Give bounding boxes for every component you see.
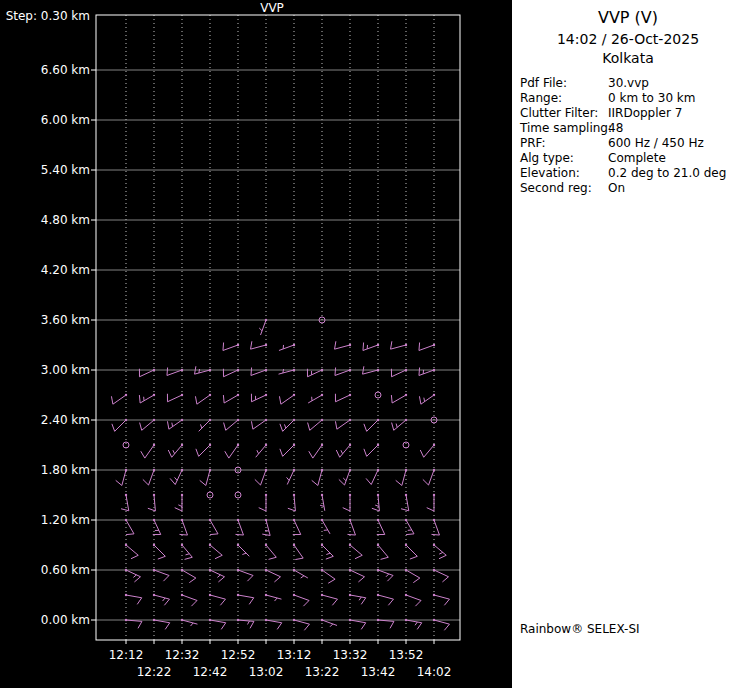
- x-axis-tick-label: 12:42: [193, 665, 228, 679]
- parameter-label: Pdf File:: [520, 76, 608, 91]
- product-datetime: 14:02 / 26-Oct-2025: [512, 31, 744, 47]
- parameter-label: Alg type:: [520, 151, 608, 166]
- y-axis-tick-label: 6.60 km: [41, 63, 90, 77]
- x-axis-tick-label: 12:52: [221, 648, 256, 662]
- step-label: Step: 0.30 km: [6, 9, 90, 23]
- chart-title: VVP: [260, 1, 284, 15]
- wind-barbs-layer: [111, 317, 449, 630]
- parameter-value: 48: [608, 121, 740, 136]
- parameter-label: PRF:: [520, 136, 608, 151]
- y-axis-tick-label: 3.00 km: [41, 363, 90, 377]
- parameter-value: IIRDoppler 7: [608, 106, 740, 121]
- vvp-chart: VVP Step: 0.30 km 6.60 km6.00 km5.40 km4…: [0, 0, 512, 688]
- parameter-label: Time sampling:: [520, 121, 608, 136]
- y-axis-tick-label: 4.80 km: [41, 213, 90, 227]
- x-axis-tick-label: 13:22: [305, 665, 340, 679]
- grid-layer: [96, 15, 460, 640]
- x-axis-tick-label: 12:22: [137, 665, 172, 679]
- parameter-value: 0 km to 30 km: [608, 91, 740, 106]
- parameter-list: Pdf File:30.vvpRange:0 km to 30 kmClutte…: [512, 66, 744, 196]
- parameter-label: Second reg:: [520, 181, 608, 196]
- parameter-value: 600 Hz / 450 Hz: [608, 136, 740, 151]
- y-axis-labels: 6.60 km6.00 km5.40 km4.80 km4.20 km3.60 …: [41, 63, 96, 627]
- y-axis-tick-label: 2.40 km: [41, 413, 90, 427]
- y-axis-tick-label: 4.20 km: [41, 263, 90, 277]
- x-axis-tick-label: 13:12: [277, 648, 312, 662]
- x-axis-tick-label: 13:42: [361, 665, 396, 679]
- parameter-value: Complete: [608, 151, 740, 166]
- x-axis-labels: 12:1212:2212:3212:4212:5213:0213:1213:22…: [109, 640, 452, 679]
- vvp-chart-svg: VVP Step: 0.30 km 6.60 km6.00 km5.40 km4…: [0, 0, 512, 688]
- x-axis-tick-label: 12:32: [165, 648, 200, 662]
- product-title: VVP (V): [512, 8, 744, 27]
- y-axis-tick-label: 6.00 km: [41, 113, 90, 127]
- parameter-value: On: [608, 181, 740, 196]
- parameter-value: 30.vvp: [608, 76, 740, 91]
- y-axis-tick-label: 0.60 km: [41, 563, 90, 577]
- y-axis-tick-label: 3.60 km: [41, 313, 90, 327]
- info-panel: VVP (V) 14:02 / 26-Oct-2025 Kolkata Pdf …: [512, 0, 744, 688]
- parameter-label: Elevation:: [520, 166, 608, 181]
- footer-brand: Rainbow® SELEX-SI: [520, 622, 640, 636]
- vvp-application-window: VVP Step: 0.30 km 6.60 km6.00 km5.40 km4…: [0, 0, 744, 688]
- parameter-label: Range:: [520, 91, 608, 106]
- x-axis-tick-label: 13:52: [389, 648, 424, 662]
- x-axis-tick-label: 14:02: [417, 665, 452, 679]
- y-axis-tick-label: 1.20 km: [41, 513, 90, 527]
- parameter-label: Clutter Filter:: [520, 106, 608, 121]
- site-name: Kolkata: [512, 50, 744, 66]
- x-axis-tick-label: 12:12: [109, 648, 144, 662]
- y-axis-tick-label: 1.80 km: [41, 463, 90, 477]
- y-axis-tick-label: 0.00 km: [41, 613, 90, 627]
- parameter-value: 0.2 deg to 21.0 deg: [608, 166, 740, 181]
- x-axis-tick-label: 13:02: [249, 665, 284, 679]
- x-axis-tick-label: 13:32: [333, 648, 368, 662]
- y-axis-tick-label: 5.40 km: [41, 163, 90, 177]
